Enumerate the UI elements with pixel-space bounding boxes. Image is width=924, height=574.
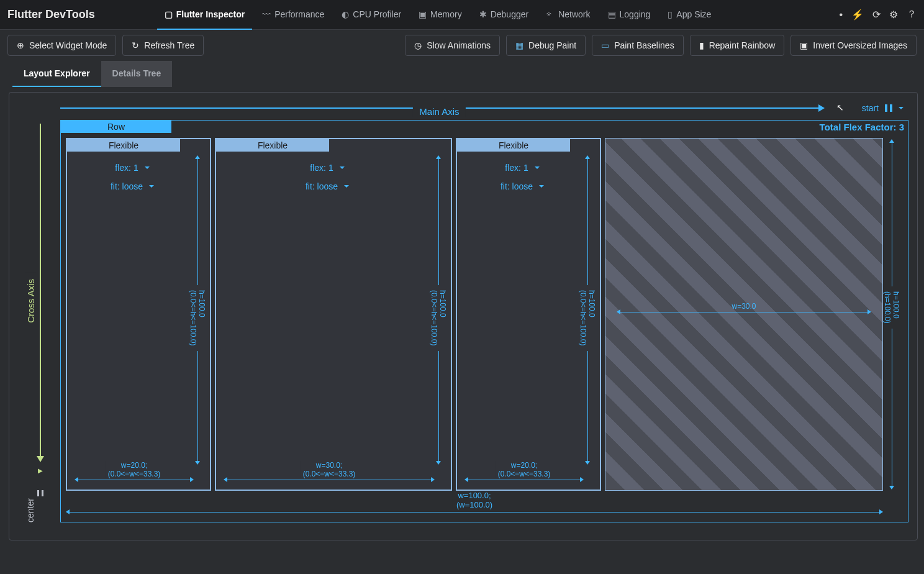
flex-select[interactable]: flex: 1 xyxy=(310,163,344,173)
main-axis-alignment-select[interactable]: start xyxy=(862,103,879,113)
header-actions: • ⚡ ⟳ ⚙ ？ xyxy=(839,8,917,21)
nav-tab-performance[interactable]: 〰Performance xyxy=(255,0,332,30)
nav-tab-logging[interactable]: ▤Logging xyxy=(600,0,658,30)
row-children: Flexible flex: 1 fit: loose h=100.0 (0.0… xyxy=(66,138,883,491)
chevron-down-icon xyxy=(145,166,150,169)
gauge-icon: ◐ xyxy=(342,9,349,19)
cross-axis: Cross Axis ▶ center xyxy=(28,124,53,496)
nav-tab-cpu[interactable]: ◐CPU Profiler xyxy=(334,0,409,30)
flexible-child-3[interactable]: Flexible flex: 1 fit: loose h=100.0 (0.0… xyxy=(456,138,601,491)
invert-oversized-button[interactable]: ▣Invert Oversized Images xyxy=(790,35,917,56)
main-axis-line: Main Axis xyxy=(60,107,818,109)
pause-icon[interactable] xyxy=(37,490,43,496)
inspector-toolbar: ⊕Select Widget Mode ↻Refresh Tree ◷Slow … xyxy=(0,30,924,61)
cursor-icon: ↖ xyxy=(836,102,844,112)
inspector-subtabs: Layout Explorer Details Tree xyxy=(0,61,924,87)
refresh-icon: ↻ xyxy=(132,40,139,50)
nav-tab-memory[interactable]: ▣Memory xyxy=(411,0,469,30)
fit-select[interactable]: fit: loose xyxy=(111,181,154,191)
repaint-rainbow-button[interactable]: ▮Repaint Rainbow xyxy=(690,35,785,56)
chevron-down-icon xyxy=(340,166,345,169)
grid-icon: ▦ xyxy=(515,40,523,50)
nav-tab-network[interactable]: ᯤNetwork xyxy=(538,0,597,30)
pause-icon[interactable] xyxy=(885,104,892,112)
main-axis-header: Main Axis start ↖ xyxy=(60,99,904,117)
height-constraint-arrow: h=100.0 (0.0<=h<=100.0) xyxy=(192,155,202,465)
flexible-child-2[interactable]: Flexible flex: 1 fit: loose h=100.0 (0.0… xyxy=(215,138,452,491)
pulse-icon: 〰 xyxy=(262,9,271,19)
nav-tab-inspector[interactable]: ▢Flutter Inspector xyxy=(157,0,252,30)
chevron-down-icon xyxy=(539,185,544,188)
play-icon[interactable]: ▶ xyxy=(38,467,43,474)
cube-icon: ▣ xyxy=(419,9,427,19)
gear-icon[interactable]: ⚙ xyxy=(889,9,898,20)
chevron-down-icon[interactable] xyxy=(899,107,904,109)
restart-icon[interactable]: ⟳ xyxy=(872,9,881,20)
help-icon[interactable]: ？ xyxy=(907,8,917,21)
image-icon: ▣ xyxy=(800,40,808,50)
target-icon: ⊕ xyxy=(17,40,24,50)
debug-paint-button[interactable]: ▦Debug Paint xyxy=(506,35,586,56)
phone-icon: ▢ xyxy=(165,9,173,19)
dot-icon[interactable]: • xyxy=(839,9,843,20)
tab-layout-explorer[interactable]: Layout Explorer xyxy=(12,61,101,87)
app-title: Flutter DevTools xyxy=(7,8,95,21)
cross-axis-label: Cross Axis xyxy=(25,273,36,329)
header-bar: Flutter DevTools ▢Flutter Inspector 〰Per… xyxy=(0,0,924,30)
chevron-down-icon xyxy=(344,185,349,188)
paint-baselines-button[interactable]: ▭Paint Baselines xyxy=(592,35,684,56)
refresh-tree-button[interactable]: ↻Refresh Tree xyxy=(122,35,204,56)
wifi-icon: ᯤ xyxy=(546,9,555,19)
cross-axis-alignment-select[interactable]: center xyxy=(25,498,35,522)
child-label: Flexible xyxy=(216,139,329,152)
doc-icon: ▯ xyxy=(668,9,673,19)
row-width-arrow: w=100.0; (w=100.0) xyxy=(66,509,883,514)
nav-tab-debugger[interactable]: ✱Debugger xyxy=(472,0,537,30)
width-constraint-arrow: w=20.0; (0.0<=w<=33.3) xyxy=(75,477,194,482)
overflow-width-arrow: w=30.0 xyxy=(617,309,871,314)
bolt-icon[interactable]: ⚡ xyxy=(851,9,864,20)
bug-icon: ✱ xyxy=(479,9,487,19)
child-label: Flexible xyxy=(67,139,180,152)
child-label: Flexible xyxy=(457,139,570,152)
nav-tabs: ▢Flutter Inspector 〰Performance ◐CPU Pro… xyxy=(157,0,840,30)
log-icon: ▤ xyxy=(608,9,616,19)
slow-animations-button[interactable]: ◷Slow Animations xyxy=(405,35,500,56)
flex-select[interactable]: flex: 1 xyxy=(115,163,149,173)
baseline-icon: ▭ xyxy=(601,40,609,50)
select-widget-mode-button[interactable]: ⊕Select Widget Mode xyxy=(7,35,116,56)
height-constraint-arrow: h=100.0 (0.0<=h<=100.0) xyxy=(433,155,443,465)
chevron-down-icon xyxy=(149,185,154,188)
fit-select[interactable]: fit: loose xyxy=(306,181,349,191)
flex-select[interactable]: flex: 1 xyxy=(505,163,539,173)
flexible-child-1[interactable]: Flexible flex: 1 fit: loose h=100.0 (0.0… xyxy=(66,138,211,491)
chevron-down-icon xyxy=(535,166,540,169)
nav-tab-appsize[interactable]: ▯App Size xyxy=(660,0,718,30)
width-constraint-arrow: w=20.0; (0.0<=w<=33.3) xyxy=(464,477,584,482)
overflow-area: w=30.0 xyxy=(605,138,883,491)
row-height-arrow: h=100.0 (h=100.0) xyxy=(884,139,899,490)
fit-select[interactable]: fit: loose xyxy=(500,181,544,191)
width-constraint-arrow: w=30.0; (0.0<=w<=33.3) xyxy=(224,477,435,482)
rainbow-icon: ▮ xyxy=(699,40,704,50)
clock-icon: ◷ xyxy=(414,40,422,50)
row-label: Row xyxy=(61,121,171,133)
layout-explorer-panel: Main Axis start ↖ Cross Axis ▶ center Ro… xyxy=(9,92,918,540)
height-constraint-arrow: h=100.0 (0.0<=h<=100.0) xyxy=(582,155,592,465)
row-container: Row Total Flex Factor: 3 Flexible flex: … xyxy=(60,120,908,522)
main-axis-label: Main Axis xyxy=(413,106,465,117)
total-flex-factor: Total Flex Factor: 3 xyxy=(820,122,904,132)
tab-details-tree[interactable]: Details Tree xyxy=(101,61,173,87)
